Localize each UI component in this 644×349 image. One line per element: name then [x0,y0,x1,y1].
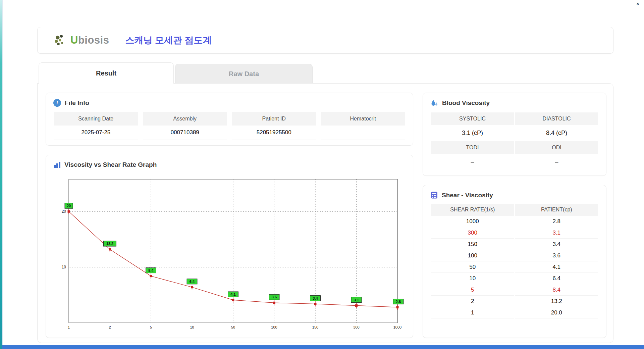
hematocrit-value [321,126,405,140]
tab-result[interactable]: Result [39,62,174,84]
logo-text-accent: U [70,34,78,46]
patient-cell: 2.8 [515,216,598,227]
patient-cell: 8.4 [515,284,598,296]
page-title: 스캐닝 모세관 점도계 [125,34,212,46]
svg-text:20: 20 [67,204,71,208]
svg-text:4.1: 4.1 [230,292,235,296]
shear-rate-cell: 10 [431,273,514,284]
blood-viscosity-table: SYSTOLIC DIASTOLIC 3.1 (cP) 8.4 (cP) TOD… [423,107,606,169]
logo-text-rest: biosis [78,34,109,46]
shear-viscosity-table: SHEAR RATE(1/s) PATIENT(cp) 1000 2.8 300… [423,199,606,318]
svg-text:2: 2 [109,325,111,329]
shear-rate-cell: 100 [431,250,514,261]
shear-rate-cell: 5 [431,284,514,296]
file-info-header: Patient ID [232,112,316,126]
shear-rate-cell: 1000 [431,216,514,227]
svg-text:3.1: 3.1 [354,298,359,302]
svg-text:1: 1 [68,325,70,329]
systolic-header: SYSTOLIC [431,112,514,125]
svg-text:300: 300 [353,325,359,329]
bar-chart-icon [53,161,61,168]
svg-text:3.6: 3.6 [272,295,277,299]
svg-text:13.2: 13.2 [106,242,113,246]
patient-id-value: 52051925500 [232,126,316,140]
close-icon[interactable]: × [636,1,639,7]
file-info-panel: i File Info Scanning Date Assembly Patie… [46,93,413,146]
shear-rate-cell: 2 [431,296,514,307]
shear-rate-cell: 150 [431,239,514,250]
viscosity-chart: 1020125105010015030010002013.28.46.44.13… [55,174,404,333]
todi-value: – [431,155,514,169]
patient-cell: 3.4 [515,239,598,250]
tab-raw-data[interactable]: Raw Data [175,64,313,84]
file-info-header: Hematocrit [321,112,405,126]
svg-text:10: 10 [62,265,66,269]
file-info-header: Assembly [143,112,227,126]
svg-text:100: 100 [271,325,277,329]
logo-dots-icon [54,34,68,47]
file-info-title-row: i File Info [46,93,413,107]
shear-viscosity-title: Shear - Viscosity [442,192,493,199]
logo: Ubiosis [54,34,109,47]
blood-viscosity-title: Blood Viscosity [442,99,490,107]
odi-header: ODI [515,141,598,154]
svg-text:10: 10 [190,325,194,329]
patient-cell: 13.2 [515,296,598,307]
shear-rate-cell: 50 [431,261,514,273]
blood-viscosity-title-row: Blood Viscosity [423,93,606,107]
todi-header: TODI [431,141,514,154]
svg-text:20: 20 [62,209,66,214]
scanning-date-value: 2025-07-25 [54,126,138,140]
patient-column-header: PATIENT(cp) [515,204,598,216]
file-info-title: File Info [65,99,89,107]
svg-text:8.4: 8.4 [148,268,154,272]
patient-cell: 20.0 [515,307,598,318]
file-info-table: Scanning Date Assembly Patient ID Hemato… [46,107,413,140]
shear-viscosity-title-row: Shear - Viscosity [423,185,606,199]
blood-viscosity-panel: Blood Viscosity SYSTOLIC DIASTOLIC 3.1 (… [423,93,606,176]
screen-edge-left [0,0,2,349]
droplets-icon [430,99,438,107]
header: Ubiosis 스캐닝 모세관 점도계 [37,27,613,54]
graph-title-row: Viscosity vs Shear Rate Graph [46,155,413,168]
info-icon: i [53,99,61,107]
graph-title: Viscosity vs Shear Rate Graph [64,161,157,168]
screen-edge-bottom [0,345,644,349]
diastolic-header: DIASTOLIC [515,112,598,125]
calculator-grid-icon [430,191,438,199]
assembly-value: 000710389 [143,126,227,140]
logo-text: Ubiosis [70,34,109,46]
patient-cell: 3.1 [515,227,598,239]
file-info-header: Scanning Date [54,112,138,126]
shear-rate-cell: 1 [431,307,514,318]
diastolic-value: 8.4 (cP) [515,126,598,140]
shear-viscosity-panel: Shear - Viscosity SHEAR RATE(1/s) PATIEN… [423,185,606,338]
app-window: × Ubiosis 스캐닝 모세관 점도계 Result Raw Data [2,0,644,345]
patient-cell: 3.6 [515,250,598,261]
svg-text:6.4: 6.4 [190,280,195,284]
graph-panel: Viscosity vs Shear Rate Graph 1020125105… [46,155,413,338]
shear-rate-cell: 300 [431,227,514,239]
shear-rate-column-header: SHEAR RATE(1/s) [431,204,514,216]
svg-text:5: 5 [150,325,152,329]
svg-text:150: 150 [312,325,318,329]
svg-text:2.8: 2.8 [396,300,401,304]
content-card: i File Info Scanning Date Assembly Patie… [37,83,613,343]
patient-cell: 6.4 [515,273,598,284]
svg-text:1000: 1000 [393,325,401,329]
svg-text:50: 50 [231,325,235,329]
svg-text:3.4: 3.4 [313,296,318,300]
patient-cell: 4.1 [515,261,598,273]
odi-value: – [515,155,598,169]
systolic-value: 3.1 (cP) [431,126,514,140]
viscosity-chart-svg: 1020125105010015030010002013.28.46.44.13… [55,174,404,332]
